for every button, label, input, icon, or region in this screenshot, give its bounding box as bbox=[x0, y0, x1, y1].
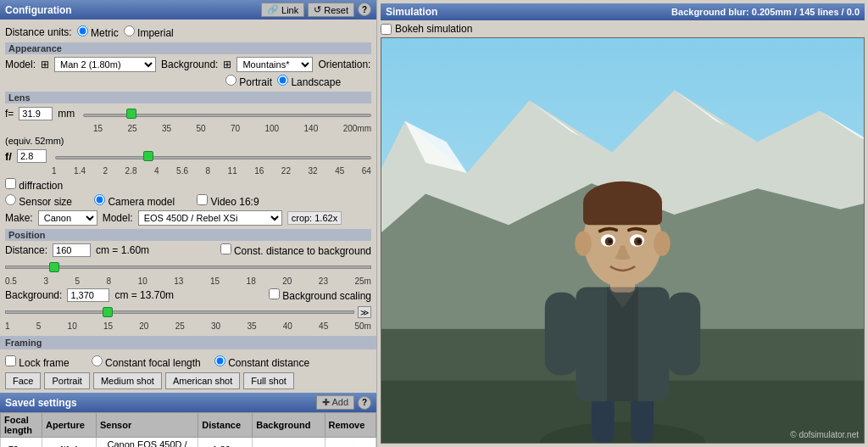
bg-scaling-checkbox[interactable] bbox=[269, 288, 280, 299]
metric-radio-label[interactable]: Metric bbox=[77, 25, 119, 39]
sensor-size-radio-label[interactable]: Sensor size bbox=[5, 194, 72, 208]
background-select[interactable]: Mountains* City Forest bbox=[236, 57, 313, 72]
video-radio-label[interactable]: Video 16:9 bbox=[197, 194, 259, 208]
bg-scaling-label[interactable]: Background scaling bbox=[269, 288, 371, 302]
svg-point-26 bbox=[575, 231, 592, 255]
simulation-image: © dofsimulator.net bbox=[381, 37, 865, 444]
td-aperture: f/1.4 bbox=[42, 438, 96, 448]
bg-expand-btn[interactable]: ≫ bbox=[358, 306, 371, 318]
distance-input[interactable] bbox=[53, 243, 91, 257]
sensor-size-radio[interactable] bbox=[5, 194, 16, 205]
reset-icon: ↺ bbox=[314, 4, 321, 15]
saved-settings-table: Focallength Aperture Sensor Distance Bac… bbox=[0, 412, 376, 447]
const-dist-radio-label[interactable]: Constant distance bbox=[214, 355, 309, 369]
metric-radio[interactable] bbox=[77, 25, 88, 36]
th-background: Background bbox=[253, 413, 325, 438]
portrait-button[interactable]: Portrait bbox=[44, 372, 89, 389]
landscape-radio[interactable] bbox=[277, 75, 288, 86]
link-button[interactable]: 🔗 Link bbox=[261, 3, 304, 17]
const-distance-label[interactable]: Const. distance to background bbox=[220, 243, 371, 257]
imperial-radio[interactable] bbox=[124, 25, 135, 36]
background-dist-row: Background: cm = 13.70m Background scali… bbox=[5, 288, 371, 302]
make-label: Make: bbox=[5, 212, 33, 224]
grid-icon-model: ⊞ bbox=[41, 59, 49, 70]
const-focal-radio-label[interactable]: Constant focal length bbox=[92, 355, 201, 369]
th-focal: Focallength bbox=[1, 413, 42, 438]
table-row: 79mm f/1.4 Canon EOS 450D /Rebel XSi 1.8… bbox=[1, 438, 376, 448]
td-background: ∞ bbox=[253, 438, 325, 448]
aperture-slider-thumb[interactable] bbox=[143, 151, 153, 161]
background-dist-input[interactable] bbox=[67, 288, 109, 302]
diffraction-label[interactable]: diffraction bbox=[5, 178, 63, 192]
landscape-radio-label[interactable]: Landscape bbox=[277, 75, 341, 88]
distance-units-label: Distance units: bbox=[5, 26, 72, 38]
aperture-f-label: f/ bbox=[5, 150, 12, 163]
td-sensor: Canon EOS 450D /Rebel XSi bbox=[96, 438, 198, 448]
copyright-text: © dofsimulator.net bbox=[790, 430, 859, 439]
svg-point-24 bbox=[608, 239, 612, 243]
const-focal-radio[interactable] bbox=[92, 355, 103, 366]
saved-header: Saved settings ✚ Add ? bbox=[0, 393, 376, 412]
reset-button[interactable]: ↺ Reset bbox=[308, 3, 354, 17]
framing-section: Lock frame Constant focal length Constan… bbox=[0, 349, 376, 393]
config-title: Configuration bbox=[5, 4, 72, 16]
lock-frame-checkbox[interactable] bbox=[5, 355, 16, 366]
sim-header: Simulation Background blur: 0.205mm / 14… bbox=[381, 3, 865, 20]
background-label: Background: bbox=[161, 59, 218, 70]
imperial-radio-label[interactable]: Imperial bbox=[124, 25, 174, 39]
camera-model-select[interactable]: EOS 450D / Rebel XSi bbox=[138, 210, 282, 226]
bg-tick-labels: 15101520253035404550m bbox=[5, 321, 371, 331]
distance-units-row: Distance units: Metric Imperial bbox=[5, 25, 371, 39]
right-panel: Simulation Background blur: 0.205mm / 14… bbox=[377, 0, 868, 447]
bg-dist-label: Background: bbox=[5, 289, 62, 301]
diffraction-row: diffraction bbox=[5, 178, 371, 192]
config-help-button[interactable]: ? bbox=[358, 3, 371, 16]
frame-options-row: Lock frame Constant focal length Constan… bbox=[5, 355, 371, 369]
th-sensor: Sensor bbox=[96, 413, 198, 438]
saved-title: Saved settings bbox=[5, 397, 77, 409]
td-remove[interactable]: ✕ bbox=[325, 438, 376, 448]
american-shot-button[interactable]: American shot bbox=[165, 372, 240, 389]
face-button[interactable]: Face bbox=[5, 372, 41, 389]
left-panel: Configuration 🔗 Link ↺ Reset ? Distance … bbox=[0, 0, 377, 447]
th-distance: Distance bbox=[198, 413, 253, 438]
const-distance-checkbox[interactable] bbox=[220, 243, 231, 254]
saved-section: Saved settings ✚ Add ? Focallength Apert… bbox=[0, 393, 376, 447]
focal-unit: mm bbox=[58, 108, 75, 120]
focal-length-label: f= bbox=[5, 108, 14, 120]
saved-help-button[interactable]: ? bbox=[358, 396, 371, 410]
th-aperture: Aperture bbox=[42, 413, 96, 438]
config-content: Distance units: Metric Imperial Appearan… bbox=[0, 20, 376, 336]
bg-dist-unit: cm = 13.70m bbox=[114, 289, 174, 301]
svg-rect-14 bbox=[545, 293, 578, 376]
appearance-row: Model: ⊞ Man 2 (1.80m) Man 1 (1.80m) Wom… bbox=[5, 57, 371, 72]
focal-slider-thumb[interactable] bbox=[126, 109, 136, 119]
distance-slider-thumb[interactable] bbox=[49, 262, 59, 272]
full-shot-button[interactable]: Full shot bbox=[243, 372, 294, 389]
medium-shot-button[interactable]: Medium shot bbox=[93, 372, 162, 389]
camera-model-radio[interactable] bbox=[94, 194, 105, 205]
crop-badge: crop: 1.62x bbox=[287, 211, 342, 225]
video-checkbox[interactable] bbox=[197, 194, 208, 205]
make-select[interactable]: CanonNikonSony bbox=[38, 210, 97, 226]
const-dist-radio[interactable] bbox=[214, 355, 225, 366]
aperture-input[interactable] bbox=[17, 149, 47, 163]
config-header: Configuration 🔗 Link ↺ Reset ? bbox=[0, 0, 376, 20]
model-select[interactable]: Man 2 (1.80m) Man 1 (1.80m) Woman (1.65m… bbox=[54, 57, 156, 72]
portrait-radio[interactable] bbox=[225, 75, 236, 86]
td-focal: 79mm bbox=[1, 438, 42, 448]
mountain-svg bbox=[381, 38, 864, 443]
focal-length-input[interactable] bbox=[19, 107, 53, 120]
aperture-row: f/ bbox=[5, 148, 371, 164]
svg-rect-15 bbox=[667, 293, 700, 376]
lock-frame-label[interactable]: Lock frame bbox=[5, 355, 70, 369]
sensor-camera-row: Sensor size Camera model Video 16:9 bbox=[5, 194, 371, 208]
bokeh-checkbox[interactable] bbox=[381, 24, 392, 35]
camera-make-model-row: Make: CanonNikonSony Model: EOS 450D / R… bbox=[5, 210, 371, 226]
bg-slider-thumb[interactable] bbox=[103, 307, 113, 317]
focal-length-row: f= mm bbox=[5, 106, 371, 121]
camera-model-radio-label[interactable]: Camera model bbox=[94, 194, 175, 208]
add-button[interactable]: ✚ Add bbox=[316, 395, 354, 410]
diffraction-checkbox[interactable] bbox=[5, 178, 16, 189]
portrait-radio-label[interactable]: Portrait bbox=[225, 75, 272, 88]
